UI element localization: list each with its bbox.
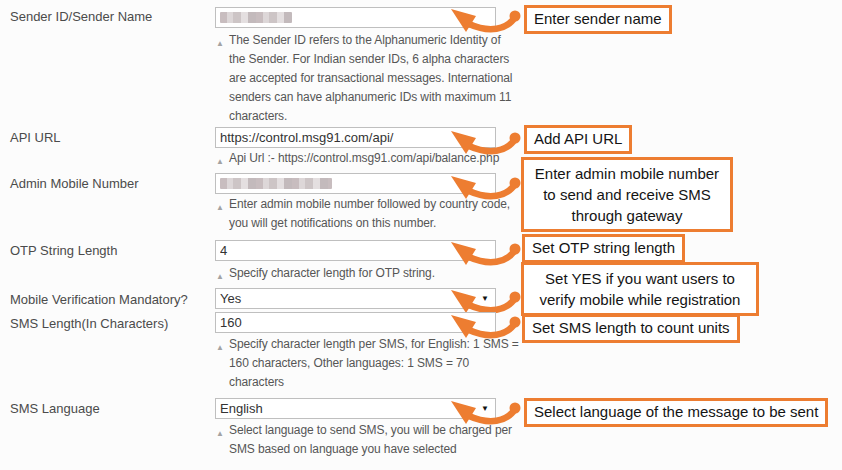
callout-sender-name: Enter sender name (524, 5, 672, 34)
field-label-mobile-verification: Mobile Verification Mandatory? (10, 292, 188, 307)
callout-arrow-icon (436, 396, 522, 426)
select-value: Yes (220, 289, 241, 308)
select-value: English (220, 399, 263, 418)
triangle-up-icon: ▲ (216, 198, 224, 217)
help-text-sms-length: ▲Specify character length per SMS, for E… (215, 335, 520, 392)
callout-arrow-icon (436, 310, 522, 340)
triangle-up-icon: ▲ (216, 267, 224, 286)
triangle-up-icon: ▲ (216, 424, 224, 443)
field-label-sender-id: Sender ID/Sender Name (10, 9, 152, 24)
help-text-body: Specify character length for OTP string. (229, 266, 435, 280)
callout-sms-length: Set SMS length to count units (522, 314, 740, 343)
field-label-api-url: API URL (10, 130, 61, 145)
help-text-body: Enter admin mobile number followed by co… (229, 197, 510, 230)
callout-otp-length: Set OTP string length (522, 234, 685, 263)
triangle-up-icon: ▲ (216, 152, 224, 171)
field-label-admin-mobile: Admin Mobile Number (10, 176, 139, 191)
field-label-otp-length: OTP String Length (10, 243, 117, 258)
help-text-body: The Sender ID refers to the Alphanumeric… (229, 33, 512, 123)
help-text-body: Select language to send SMS, you will be… (229, 423, 512, 456)
redacted-value (220, 178, 332, 189)
redacted-value (220, 12, 292, 23)
callout-api-url: Add API URL (524, 125, 632, 154)
help-text-sender-id: ▲The Sender ID refers to the Alphanumeri… (215, 31, 515, 126)
field-label-sms-language: SMS Language (10, 401, 100, 416)
help-text-sms-language: ▲Select language to send SMS, you will b… (215, 421, 525, 459)
callout-admin-mobile: Enter admin mobile number to send and re… (521, 157, 733, 232)
triangle-up-icon: ▲ (216, 338, 224, 357)
callout-arrow-icon (436, 171, 522, 201)
callout-sms-language: Select language of the message to be sen… (524, 398, 828, 427)
callout-arrow-icon (436, 126, 522, 156)
triangle-up-icon: ▲ (216, 34, 224, 53)
callout-arrow-icon (436, 237, 522, 267)
callout-arrow-icon (436, 4, 522, 34)
field-label-sms-length: SMS Length(In Characters) (10, 316, 168, 331)
callout-mobile-verification: Set YES if you want users to verify mobi… (521, 262, 759, 316)
help-text-body: Specify character length per SMS, for En… (229, 337, 519, 389)
